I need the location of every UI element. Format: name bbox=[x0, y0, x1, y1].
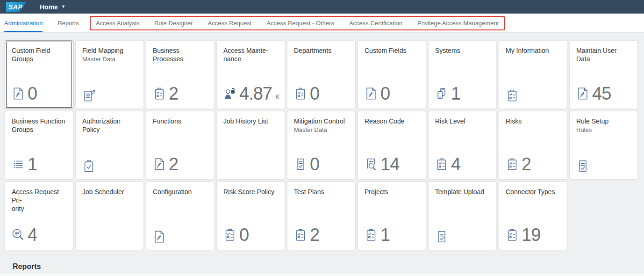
tile-title: Business Function Groups bbox=[12, 117, 67, 134]
tile-authorization-policy[interactable]: Authorization Policy bbox=[75, 111, 144, 180]
tile-departments[interactable]: Departments 0 bbox=[287, 40, 356, 109]
highlight-box: Access AnalysisRole DesignerAccess Reque… bbox=[90, 16, 505, 30]
list-icon bbox=[11, 157, 25, 171]
tab-group-main: AdministrationReports bbox=[4, 14, 79, 33]
tile-custom-fields[interactable]: Custom Fields 0 bbox=[358, 40, 426, 109]
tile-count: 1 bbox=[380, 226, 390, 244]
tab-access-request-others[interactable]: Access Request - Others bbox=[266, 17, 334, 29]
tab-strip: AdministrationReports Access AnalysisRol… bbox=[0, 14, 644, 33]
tile-rule-setup[interactable]: Rule Setup Rules bbox=[569, 111, 638, 180]
home-menu-label: Home bbox=[40, 3, 58, 11]
tile-title: Maintain User Data bbox=[576, 46, 632, 63]
tile-business-function-groups[interactable]: Business Function Groups 1 bbox=[5, 111, 73, 180]
tile-title: Custom Field Groups bbox=[12, 46, 67, 63]
tile-template-upload[interactable]: Template Upload bbox=[428, 182, 497, 250]
tile-subtitle: Master Data bbox=[82, 56, 138, 63]
tab-administration[interactable]: Administration bbox=[4, 14, 43, 33]
tile-business-processes[interactable]: Business Processes 2 bbox=[146, 40, 215, 109]
tile-title: My Information bbox=[506, 46, 561, 55]
clipboard-list-icon bbox=[435, 157, 449, 171]
tile-title: Custom Fields bbox=[365, 46, 420, 55]
tile-title: Access Request Pri- ority bbox=[12, 188, 67, 213]
tile-maintain-user-data[interactable]: Maintain User Data 45 bbox=[569, 40, 638, 109]
clipboard-list-icon bbox=[293, 228, 308, 242]
tile-title: Projects bbox=[365, 188, 420, 196]
tile-configuration[interactable]: Configuration bbox=[146, 182, 215, 250]
person-lock-icon bbox=[223, 87, 237, 101]
reports-section-header: Reports bbox=[13, 262, 639, 271]
tile-count: 1 bbox=[28, 155, 37, 173]
tile-job-history-list[interactable]: Job History List bbox=[216, 111, 285, 180]
tile-risk-level[interactable]: Risk Level 4 bbox=[428, 111, 497, 180]
tab-privilege-access-management[interactable]: Privilege Access Management bbox=[417, 17, 499, 29]
tab-access-certification[interactable]: Access Certification bbox=[349, 17, 402, 29]
doc-edit-icon bbox=[152, 230, 166, 244]
tile-test-plans[interactable]: Test Plans 2 bbox=[287, 182, 356, 250]
tile-count: 19 bbox=[522, 226, 540, 244]
clipboard-list-icon bbox=[505, 157, 519, 171]
tile-title: Test Plans bbox=[294, 188, 350, 196]
doc-edit-icon bbox=[364, 87, 378, 101]
tile-risk-score-policy[interactable]: Risk Score Policy 0 bbox=[216, 182, 285, 250]
tile-footer: 0 bbox=[11, 85, 37, 102]
tile-count: 0 bbox=[310, 85, 319, 102]
tile-mitigation-control[interactable]: Mitigation Control Master Data 0 bbox=[287, 111, 356, 180]
tile-connector-types[interactable]: Connector Types 19 bbox=[499, 182, 567, 250]
clipboard-tick-icon bbox=[82, 159, 96, 173]
tile-footer: 4.87 K bbox=[223, 85, 279, 102]
tile-count: 45 bbox=[592, 85, 611, 102]
tile-footer: 4 bbox=[435, 155, 460, 173]
tile-access-request-priority[interactable]: Access Request Pri- ority 4 bbox=[5, 182, 73, 250]
tile-footer: 2 bbox=[152, 85, 178, 102]
tile-title: Access Mainte- nance bbox=[223, 46, 279, 63]
tile-count: 2 bbox=[522, 155, 531, 173]
tile-field-mapping[interactable]: Field Mapping Master Data bbox=[75, 40, 144, 109]
tile-custom-field-groups[interactable]: Custom Field Groups 0 bbox=[5, 40, 73, 109]
tile-count-unit: K bbox=[275, 93, 279, 101]
tile-footer bbox=[82, 159, 96, 173]
tile-systems[interactable]: Systems 1 bbox=[428, 40, 497, 109]
doc-edit-icon bbox=[576, 87, 590, 101]
tile-job-scheduler[interactable]: Job Scheduler bbox=[75, 182, 144, 250]
tile-area: Custom Field Groups 0 Field Mapping Mast… bbox=[0, 33, 644, 271]
tile-reason-code[interactable]: Reason Code 14 bbox=[358, 111, 426, 180]
systems-icon bbox=[435, 87, 449, 101]
tile-count: 0 bbox=[310, 155, 319, 173]
doc-search-icon bbox=[364, 157, 378, 171]
tile-title: Risk Level bbox=[435, 117, 491, 125]
tile-footer bbox=[82, 88, 96, 102]
tile-functions[interactable]: Functions 2 bbox=[146, 111, 215, 180]
tile-title: Risks bbox=[506, 117, 561, 125]
tile-title: Business Processes bbox=[153, 46, 208, 63]
home-menu-button[interactable]: Home ▼ bbox=[40, 3, 65, 11]
tile-title: Job History List bbox=[223, 117, 279, 125]
tile-title: Configuration bbox=[153, 188, 208, 196]
tile-access-maintenance[interactable]: Access Mainte- nance 4.87 K bbox=[216, 40, 285, 109]
tile-footer: 0 bbox=[223, 226, 249, 244]
tile-count: 0 bbox=[28, 85, 37, 102]
tile-footer: 0 bbox=[364, 85, 390, 102]
tile-subtitle: Rules bbox=[576, 126, 632, 133]
tab-role-designer[interactable]: Role Designer bbox=[154, 17, 193, 29]
tile-title: Risk Score Policy bbox=[223, 188, 279, 196]
tile-title: Authorization Policy bbox=[82, 117, 138, 134]
tile-projects[interactable]: Projects 1 bbox=[358, 182, 426, 250]
tile-footer: 2 bbox=[293, 226, 319, 244]
tab-access-request[interactable]: Access Request bbox=[208, 17, 251, 29]
tile-count: 4.87 bbox=[239, 85, 272, 102]
tile-title: Template Upload bbox=[435, 188, 491, 196]
tile-footer: 1 bbox=[364, 226, 390, 244]
doc-check-icon bbox=[576, 159, 590, 173]
tab-reports[interactable]: Reports bbox=[57, 14, 79, 33]
tile-count: 1 bbox=[451, 85, 460, 102]
tile-count: 2 bbox=[169, 85, 178, 102]
tile-count: 4 bbox=[451, 155, 460, 173]
tile-my-information[interactable]: My Information bbox=[499, 40, 567, 109]
clipboard-list-icon bbox=[505, 88, 519, 102]
tile-grid: Custom Field Groups 0 Field Mapping Mast… bbox=[5, 40, 639, 250]
tile-risks[interactable]: Risks 2 bbox=[499, 111, 567, 180]
doc-attach-icon bbox=[82, 88, 96, 102]
tab-access-analysis[interactable]: Access Analysis bbox=[96, 17, 139, 29]
clipboard-list-icon bbox=[364, 228, 378, 242]
doc-edit-icon bbox=[152, 157, 166, 171]
